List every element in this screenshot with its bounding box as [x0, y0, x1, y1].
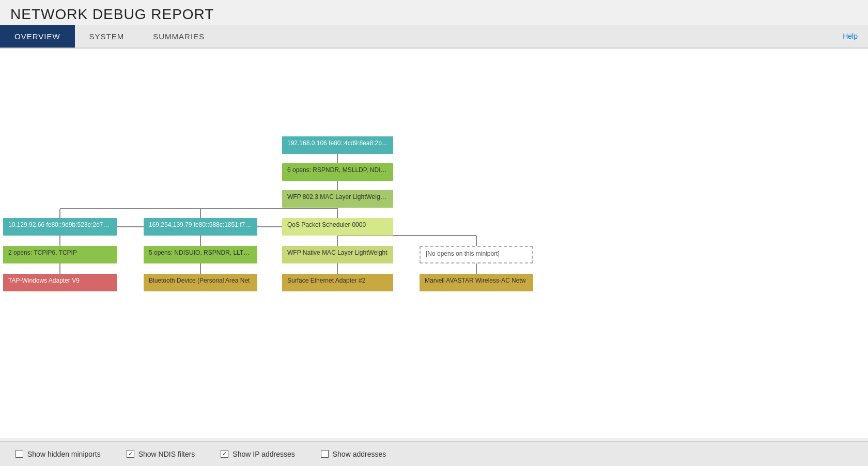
tab-overview[interactable]: Overview: [0, 25, 75, 48]
nav-bar: Overview System Summaries Help: [0, 25, 868, 49]
connector-lines: [0, 49, 868, 438]
footer-show-addresses[interactable]: Show addresses: [321, 450, 386, 458]
app-title: Network Debug Report: [10, 6, 858, 23]
node-qos[interactable]: QoS Packet Scheduler-0000: [282, 218, 393, 236]
label-show-addresses: Show addresses: [333, 450, 386, 458]
node-ip-main[interactable]: 192.168.0.106 fe80::4cd9:8ea8:2bc0:e: [282, 136, 393, 154]
tab-system[interactable]: System: [75, 25, 139, 48]
node-wfp-native[interactable]: WFP Native MAC Layer LightWeight: [282, 246, 393, 263]
node-bt-device[interactable]: Bluetooth Device (Personal Area Net: [144, 274, 257, 291]
checkbox-show-hidden[interactable]: [16, 450, 23, 458]
node-wfp-mac[interactable]: WFP 802.3 MAC Layer LightWeight Fi: [282, 190, 393, 208]
node-opens-tap[interactable]: 2 opens: TCPIP6, TCPIP: [3, 246, 117, 263]
footer-show-hidden[interactable]: Show hidden miniports: [16, 450, 101, 458]
main-content: 192.168.0.106 fe80::4cd9:8ea8:2bc0:e 6 o…: [0, 49, 868, 438]
footer-show-ndis[interactable]: Show NDIS filters: [127, 450, 195, 458]
tab-summaries[interactable]: Summaries: [138, 25, 219, 48]
checkbox-show-addresses[interactable]: [321, 450, 329, 458]
footer-show-ip[interactable]: Show IP addresses: [221, 450, 295, 458]
node-ip-bt[interactable]: 169.254.139.79 fe80::588c:1851:f711:: [144, 218, 257, 236]
node-opens-main[interactable]: 6 opens: RSPNDR, MSLLDP, NDISUIO: [282, 163, 393, 181]
node-ip-tap[interactable]: 10.129.92.66 fe80::9d9b:523e:2d70:2: [3, 218, 117, 236]
label-show-ip: Show IP addresses: [233, 450, 295, 458]
label-show-ndis: Show NDIS filters: [138, 450, 195, 458]
node-opens-bt[interactable]: 5 opens: NDISUIO, RSPNDR, LLTDIO,: [144, 246, 257, 263]
app-header: Network Debug Report: [0, 0, 868, 25]
label-show-hidden: Show hidden miniports: [27, 450, 101, 458]
node-surface-eth2[interactable]: Surface Ethernet Adapter #2: [282, 274, 393, 291]
node-marvell[interactable]: Marvell AVASTAR Wireless-AC Netw: [420, 274, 533, 291]
help-link[interactable]: Help: [843, 32, 858, 40]
footer-bar: Show hidden miniports Show NDIS filters …: [0, 441, 868, 466]
node-no-opens[interactable]: [No opens on this miniport]: [420, 246, 533, 263]
checkbox-show-ndis[interactable]: [127, 450, 134, 458]
node-tap-adapter[interactable]: TAP-Windows Adapter V9: [3, 274, 117, 291]
checkbox-show-ip[interactable]: [221, 450, 228, 458]
